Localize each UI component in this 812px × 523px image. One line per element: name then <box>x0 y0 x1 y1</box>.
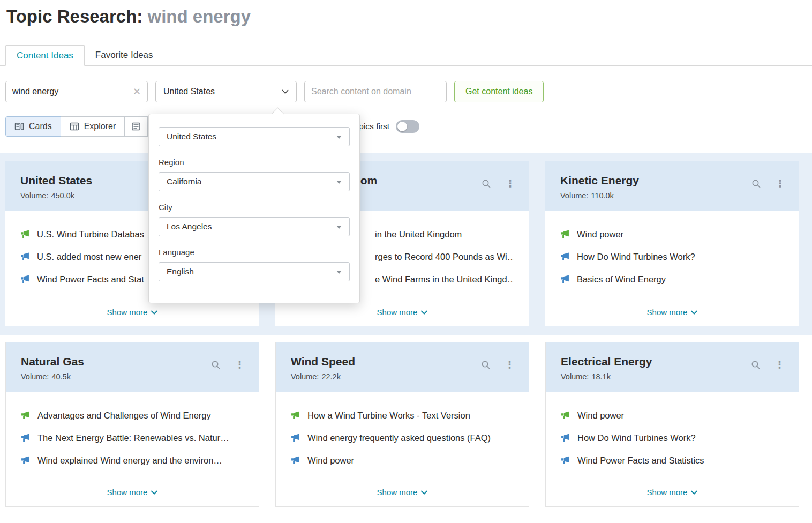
content-idea-row: Wind explained Wind energy and the envir… <box>21 454 244 467</box>
content-idea-link[interactable]: How a Wind Turbine Works - Text Version <box>307 409 470 422</box>
megaphone-icon <box>560 230 569 239</box>
content-idea-row: How Do Wind Turbines Work? <box>561 431 784 445</box>
search-icon[interactable] <box>481 360 491 370</box>
get-content-ideas-button[interactable]: Get content ideas <box>454 81 544 102</box>
show-more-button[interactable]: Show more <box>276 482 529 506</box>
table-view-icon <box>70 122 79 131</box>
kebab-menu-icon[interactable]: ⋮ <box>505 178 515 189</box>
topic-card-kinetic-energy: Kinetic Energy Volume:110.0k ⋮ Wind powe… <box>545 161 799 326</box>
card-body: How a Wind Turbine Works - Text Version … <box>276 392 529 482</box>
city-label: City <box>159 203 350 212</box>
content-idea-link[interactable]: Wind power <box>577 228 623 241</box>
kebab-menu-icon[interactable]: ⋮ <box>775 178 785 189</box>
card-volume: Volume:40.5k <box>21 372 244 381</box>
language-label: Language <box>159 248 350 257</box>
megaphone-icon <box>291 434 300 443</box>
volume-value: 22.2k <box>321 372 340 381</box>
show-more-button[interactable]: Show more <box>5 302 259 326</box>
card-title[interactable]: Wind Speed <box>291 355 514 368</box>
volume-label: Volume: <box>20 191 48 200</box>
show-more-button[interactable]: Show more <box>545 302 799 326</box>
megaphone-icon <box>561 434 570 443</box>
chevron-down-icon <box>282 89 289 94</box>
content-idea-link[interactable]: Wind power <box>307 454 354 467</box>
megaphone-icon <box>560 252 569 262</box>
toggle-knob <box>397 122 407 131</box>
card-volume: Volume:110.0k <box>560 191 784 200</box>
view-cards-button[interactable]: Cards <box>5 116 61 137</box>
location-dropdown-trigger[interactable]: United States <box>155 81 297 102</box>
content-idea-row: How Do Wind Turbines Work? <box>560 250 784 264</box>
show-more-button[interactable]: Show more <box>6 482 259 506</box>
content-idea-link[interactable]: How Do Wind Turbines Work? <box>577 250 695 264</box>
megaphone-icon <box>20 275 29 284</box>
content-idea-link[interactable]: The Next Energy Battle: Renewables vs. N… <box>37 431 229 445</box>
search-icon[interactable] <box>751 360 761 370</box>
volume-label: Volume: <box>560 191 588 200</box>
trending-subtopics-toggle[interactable] <box>396 120 419 133</box>
tab-content-ideas[interactable]: Content Ideas <box>5 45 85 66</box>
content-idea-link[interactable]: Wind Power Facts and Stat <box>37 273 144 286</box>
content-idea-link[interactable]: Basics of Wind Energy <box>577 273 666 286</box>
chevron-down-icon <box>421 490 427 495</box>
tab-favorite-ideas[interactable]: Favorite Ideas <box>85 45 164 65</box>
clear-query-icon[interactable]: ✕ <box>130 86 141 98</box>
view-overview-button[interactable] <box>124 116 148 137</box>
content-idea-link[interactable]: U.S. added most new ener <box>37 250 141 264</box>
content-idea-link[interactable]: Advantages and Challenges of Wind Energy <box>37 409 211 422</box>
kebab-menu-icon[interactable]: ⋮ <box>505 360 515 370</box>
content-idea-link[interactable]: Wind explained Wind energy and the envir… <box>37 454 222 467</box>
content-idea-row: Wind power <box>291 454 514 467</box>
card-header: Wind Speed Volume:22.2k ⋮ <box>276 342 529 392</box>
content-idea-row: Wind Power Facts and Statistics <box>561 454 784 467</box>
show-more-label: Show more <box>377 488 418 497</box>
content-idea-link[interactable]: e Wind Farms in the United Kingd… <box>375 273 514 286</box>
search-icon[interactable] <box>482 179 491 189</box>
view-toggle-row: Cards Explorer pics first <box>5 116 812 137</box>
content-idea-row: Basics of Wind Energy <box>560 273 784 286</box>
domain-search-input[interactable] <box>311 87 440 96</box>
show-more-button[interactable]: Show more <box>546 482 799 506</box>
content-idea-link[interactable]: Wind power <box>577 409 624 422</box>
card-title[interactable]: Kinetic Energy <box>560 174 784 187</box>
content-idea-row: Wind energy frequently asked questions (… <box>291 431 514 445</box>
content-idea-link[interactable]: U.S. Wind Turbine Databas <box>37 228 144 241</box>
content-idea-link[interactable]: rges to Record 400 Pounds as Wi… <box>375 250 514 264</box>
content-idea-link[interactable]: Wind Power Facts and Statistics <box>577 454 704 467</box>
megaphone-icon <box>561 456 570 465</box>
topic-card-wind-speed: Wind Speed Volume:22.2k ⋮ How a Wind Tur… <box>275 342 529 507</box>
volume-value: 110.0k <box>591 191 613 200</box>
topic-card-natural-gas: Natural Gas Volume:40.5k ⋮ Advantages an… <box>5 342 259 507</box>
topic-query-input[interactable] <box>12 87 130 96</box>
show-more-label: Show more <box>647 488 688 497</box>
city-select[interactable]: Los Angeles <box>159 217 350 236</box>
content-idea-link[interactable]: How Do Wind Turbines Work? <box>577 431 696 445</box>
chevron-down-icon <box>691 490 697 495</box>
cards-view-icon <box>14 122 24 131</box>
content-idea-link[interactable]: in the United Kingdom <box>375 228 462 241</box>
city-select-value: Los Angeles <box>167 222 212 231</box>
kebab-menu-icon[interactable]: ⋮ <box>775 360 785 370</box>
card-title[interactable]: Electrical Energy <box>561 355 784 368</box>
search-icon[interactable] <box>751 179 761 189</box>
content-idea-row: Wind power <box>561 409 784 422</box>
search-icon[interactable] <box>211 360 221 370</box>
cards-row-2: Natural Gas Volume:40.5k ⋮ Advantages an… <box>5 342 799 507</box>
filter-row: ✕ United States Get content ideas <box>5 81 812 102</box>
cards-view-label: Cards <box>29 122 52 131</box>
volume-label: Volume: <box>561 372 589 381</box>
card-title[interactable]: Natural Gas <box>21 355 244 368</box>
region-select[interactable]: California <box>159 172 350 191</box>
kebab-menu-icon[interactable]: ⋮ <box>235 360 245 370</box>
language-select[interactable]: English <box>159 262 350 281</box>
megaphone-icon <box>21 411 30 420</box>
content-idea-row: The Next Energy Battle: Renewables vs. N… <box>21 431 244 445</box>
cards-band: United States Volume:450.0k ⋮ U.S. Wind … <box>0 153 812 335</box>
megaphone-icon <box>560 275 569 284</box>
country-select[interactable]: United States <box>159 127 350 146</box>
explorer-view-label: Explorer <box>84 122 116 131</box>
megaphone-icon <box>20 230 29 239</box>
view-explorer-button[interactable]: Explorer <box>61 116 125 137</box>
content-idea-link[interactable]: Wind energy frequently asked questions (… <box>307 431 491 445</box>
show-more-button[interactable]: Show more <box>275 302 529 326</box>
